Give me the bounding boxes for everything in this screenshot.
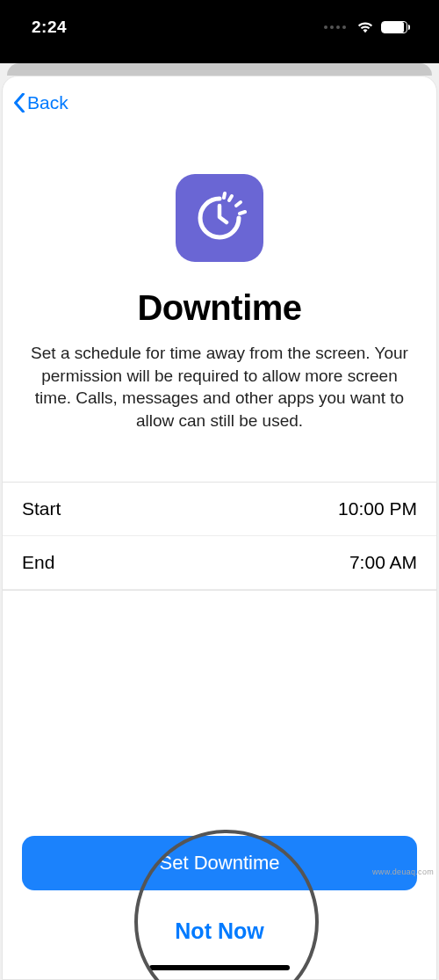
downtime-icon [176,174,263,262]
hero-icon-wrap [3,174,436,262]
main-sheet: Back Downtime Set a schedule for time aw… [2,76,437,980]
footer: Set Downtime Not Now [3,836,436,979]
svg-line-3 [224,193,225,198]
primary-button-label: Set Downtime [160,852,280,875]
start-value: 10:00 PM [338,498,417,519]
start-time-row[interactable]: Start 10:00 PM [3,483,436,536]
status-time: 2:24 [32,18,67,37]
chevron-left-icon [13,93,25,113]
status-bar: 2:24 [0,0,439,63]
divider [3,590,436,591]
watermark: www.deuaq.com [372,867,434,876]
home-indicator [149,965,290,970]
start-label: Start [22,498,61,519]
back-label: Back [27,92,68,113]
end-time-row[interactable]: End 7:00 AM [3,536,436,590]
sheet-background [7,63,432,76]
back-button[interactable]: Back [13,92,68,113]
wifi-icon [356,21,374,33]
status-icons [324,21,407,33]
svg-line-2 [240,212,245,214]
battery-icon [381,21,407,33]
set-downtime-button[interactable]: Set Downtime [22,836,417,890]
svg-line-0 [229,196,232,200]
secondary-button-label: Not Now [175,918,263,943]
end-value: 7:00 AM [349,552,417,573]
nav-bar: Back [3,76,436,121]
svg-line-1 [236,202,241,206]
not-now-button[interactable]: Not Now [22,915,417,953]
page-description: Set a schedule for time away from the sc… [3,328,436,432]
page-title: Downtime [3,288,436,328]
cellular-dots-icon [324,25,346,29]
end-label: End [22,552,54,573]
